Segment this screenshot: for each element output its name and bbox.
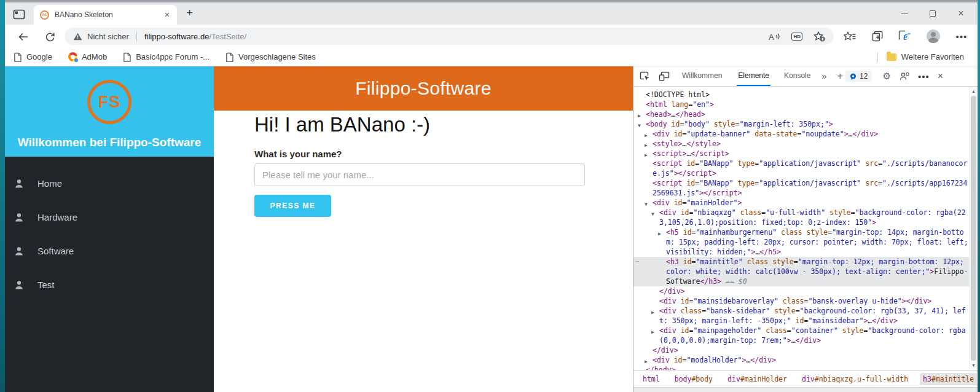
devtools-dom-line[interactable]: ⋯<h3 id="maintitle" class style="margin-…: [633, 257, 969, 286]
press-me-button[interactable]: PRESS ME: [254, 195, 331, 217]
devtools-menu-button[interactable]: •••: [918, 71, 930, 82]
inspect-element-button[interactable]: [640, 71, 650, 81]
expanded-arrow-icon[interactable]: ▼: [651, 210, 654, 219]
url-field[interactable]: Nicht sicher filippo-software.de /TestSe…: [65, 28, 834, 45]
read-aloud-button[interactable]: A: [769, 32, 780, 41]
devtools-dom-line[interactable]: <script id="BANapp" type="application/ja…: [633, 178, 969, 198]
refresh-icon: [45, 32, 55, 42]
issues-bubble-icon: [850, 73, 857, 80]
node-menu-icon[interactable]: ⋯: [635, 257, 640, 267]
breadcrumb-item[interactable]: div#nbiaqxzg.u-full-width: [799, 373, 911, 385]
devtools-dom-line[interactable]: </div>: [633, 286, 969, 296]
bookmark-item[interactable]: Basic4ppc Forum -...: [123, 52, 210, 62]
devtools-dom-line[interactable]: ▼<div id="mainHolder">: [633, 198, 969, 208]
devtools-dom-line[interactable]: ▶<head>…</head>: [633, 109, 969, 119]
avatar: [927, 29, 940, 43]
sidebar-item-software[interactable]: Software: [5, 234, 214, 268]
favorites-button[interactable]: [842, 29, 858, 44]
devtools-dom-line[interactable]: <!DOCTYPE html>: [633, 90, 969, 100]
devtools-toolbar: Willkommen Elemente Konsole » + 12 ⚙: [633, 66, 978, 87]
page-sidebar: FS Willkommen bei Filippo-Software HomeH…: [5, 66, 214, 392]
devtools-dom-line[interactable]: ▶<div id="modalHolder">…</div>: [633, 355, 969, 365]
minimize-icon: [901, 14, 908, 14]
bookmark-label: AdMob: [82, 52, 107, 61]
more-tabs-button[interactable]: »: [821, 71, 826, 81]
devtools-tab-willkommen[interactable]: Willkommen: [681, 66, 723, 86]
media-hd-button[interactable]: HD: [791, 33, 802, 41]
window-maximize-button[interactable]: [922, 2, 943, 25]
feedback-person-icon: [900, 72, 909, 80]
sidebar-item-label: Test: [37, 280, 55, 290]
window-close-button[interactable]: ×: [951, 2, 971, 25]
sidebar-item-label: Hardware: [37, 212, 77, 222]
add-favorite-button[interactable]: [813, 31, 825, 42]
bookmark-item[interactable]: Vorgeschlagene Sites: [225, 52, 316, 62]
read-aloud-icon: A: [769, 32, 780, 41]
devtools-tab-elemente[interactable]: Elemente: [737, 66, 770, 86]
collections-button[interactable]: [869, 29, 885, 44]
admob-icon: [68, 52, 77, 61]
breadcrumb-item[interactable]: html: [640, 373, 663, 385]
devtools-dom-line[interactable]: ▶<h5 id="mainhamburgermenu" class style=…: [633, 227, 969, 257]
collapsed-arrow-icon[interactable]: ▶: [658, 229, 661, 239]
security-label[interactable]: Nicht sicher: [87, 32, 129, 41]
url-divider: [136, 32, 137, 41]
devtools-close-button[interactable]: ×: [938, 71, 943, 82]
back-button[interactable]: [16, 29, 31, 44]
devtools-dom-line[interactable]: <html lang="en">: [633, 100, 969, 109]
name-input[interactable]: [254, 163, 585, 186]
scroll-down-icon[interactable]: ▼: [970, 361, 978, 369]
devtools-dom-line[interactable]: ▶<div id="update-banner" data-state="nou…: [633, 129, 969, 139]
new-tab-button[interactable]: +: [186, 6, 193, 20]
inspect-icon: [640, 71, 650, 81]
sidebar-item-hardware[interactable]: Hardware: [5, 200, 214, 234]
profile-button[interactable]: [925, 29, 941, 44]
collapsed-arrow-icon[interactable]: ▶: [651, 327, 654, 337]
devtools-dom-line[interactable]: ▼<body id="body" style="margin-left: 350…: [633, 119, 969, 129]
devtools-dom-line[interactable]: ▶<script>…</script>: [633, 149, 969, 159]
ie-mode-button[interactable]: e: [897, 29, 913, 44]
page-main: Filippo-Software Hi! I am BANano :-) Wha…: [214, 66, 633, 392]
tab-close-icon[interactable]: ×: [163, 10, 171, 20]
scroll-up-icon[interactable]: ▲: [970, 87, 978, 95]
breadcrumb-item[interactable]: h3#maintitle: [920, 373, 977, 385]
issues-counter[interactable]: 12: [845, 71, 872, 82]
devtools-dom-line[interactable]: ▶<div id="mainpageholder" class="contain…: [633, 326, 969, 345]
url-path: /TestSeite/: [209, 32, 246, 41]
devtools-dom-line[interactable]: </body>: [633, 365, 969, 370]
devtools-panel: Willkommen Elemente Konsole » + 12 ⚙: [633, 66, 978, 392]
refresh-button[interactable]: [42, 29, 57, 44]
other-favorites[interactable]: Weitere Favoriten: [877, 48, 964, 66]
breadcrumb-item[interactable]: div#mainHolder: [724, 373, 790, 385]
svg-text:A: A: [769, 32, 774, 41]
sidebar-item-home[interactable]: Home: [5, 167, 214, 200]
scrollbar-thumb[interactable]: [971, 96, 976, 361]
breadcrumb-item[interactable]: body#body: [672, 373, 716, 385]
person-icon: [14, 246, 31, 256]
devtools-settings-button[interactable]: ⚙: [882, 71, 890, 82]
devtools-footer: [633, 387, 978, 392]
bookmark-item[interactable]: AdMob: [68, 52, 107, 61]
collapsed-arrow-icon[interactable]: ▶: [651, 308, 654, 318]
devtools-dom-line[interactable]: </div>: [633, 345, 969, 355]
devtools-dom-line[interactable]: ▶<style>…</style>: [633, 139, 969, 149]
sidebar-item-test[interactable]: Test: [5, 268, 214, 302]
device-toolbar-button[interactable]: [659, 71, 670, 81]
devtools-dom-line[interactable]: ▼<div id="nbiaqxzg" class="u-full-width"…: [633, 208, 969, 227]
favorite-star-add-icon: [813, 31, 825, 42]
browser-menu-button[interactable]: •••: [954, 29, 970, 44]
window-minimize-button[interactable]: [894, 2, 915, 25]
desktop-edge-left: [0, 0, 5, 392]
bookmark-item[interactable]: Google: [14, 52, 52, 62]
devtools-dom-line[interactable]: <div id="mainsidebaroverlay" class="bans…: [633, 296, 969, 306]
bookmark-label: Basic4ppc Forum -...: [136, 52, 210, 61]
tab-workspaces-button[interactable]: [11, 7, 27, 21]
devtools-dom-line[interactable]: <script id="BANapp" type="application/ja…: [633, 159, 969, 178]
devtools-dom-line[interactable]: ▶<div class="bansk-sidebar" style="backg…: [633, 306, 969, 326]
sidebar-item-label: Home: [37, 178, 62, 189]
devtools-scrollbar[interactable]: ▲ ▼: [969, 87, 978, 370]
devtools-tab-konsole[interactable]: Konsole: [783, 66, 812, 86]
add-panel-button[interactable]: +: [837, 70, 843, 82]
browser-tab[interactable]: FS BANano Skeleton ×: [34, 5, 177, 25]
devtools-feedback-button[interactable]: [900, 72, 909, 80]
